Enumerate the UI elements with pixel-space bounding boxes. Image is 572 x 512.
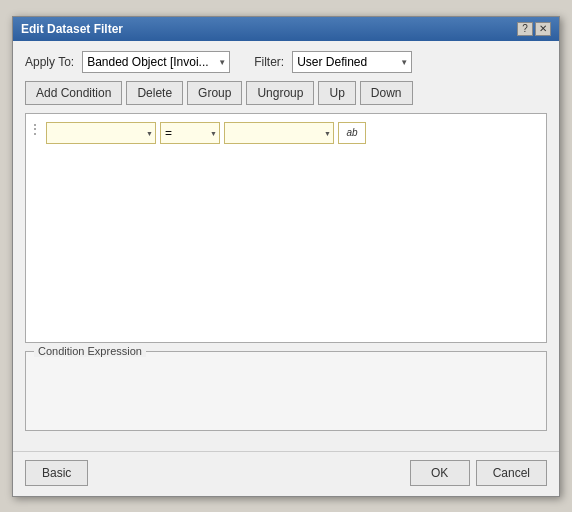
delete-button[interactable]: Delete [126, 81, 183, 105]
cancel-button[interactable]: Cancel [476, 460, 547, 486]
value-type-button[interactable]: ab [338, 122, 366, 144]
operator-dropdown-wrapper: = [160, 122, 220, 144]
help-button[interactable]: ? [517, 22, 533, 36]
ok-button[interactable]: OK [410, 460, 470, 486]
filter-dropdown[interactable]: User Defined [292, 51, 412, 73]
up-button[interactable]: Up [318, 81, 355, 105]
field-dropdown-wrapper [46, 122, 156, 144]
condition-expression-label: Condition Expression [34, 345, 146, 357]
ungroup-button[interactable]: Ungroup [246, 81, 314, 105]
value-dropdown[interactable] [224, 122, 334, 144]
filter-grid-container: ⋮ = ab [25, 113, 547, 343]
dialog-content: Apply To: Banded Object [Invoi... Filter… [13, 41, 559, 451]
apply-row: Apply To: Banded Object [Invoi... Filter… [25, 51, 547, 73]
apply-to-dropdown-wrapper: Banded Object [Invoi... [82, 51, 230, 73]
toolbar: Add Condition Delete Group Ungroup Up Do… [25, 81, 547, 105]
apply-to-dropdown[interactable]: Banded Object [Invoi... [82, 51, 230, 73]
condition-expression-panel: Condition Expression [25, 351, 547, 431]
group-button[interactable]: Group [187, 81, 242, 105]
filter-label: Filter: [254, 55, 284, 69]
basic-button[interactable]: Basic [25, 460, 88, 486]
condition-field-dropdown[interactable] [46, 122, 156, 144]
dialog-title: Edit Dataset Filter [21, 22, 123, 36]
operator-dropdown[interactable]: = [160, 122, 220, 144]
filter-grid-inner: = ab [26, 114, 546, 148]
value-dropdown-wrapper [224, 122, 334, 144]
drag-handle-icon: ⋮ [28, 122, 42, 136]
close-button[interactable]: ✕ [535, 22, 551, 36]
dialog-titlebar: Edit Dataset Filter ? ✕ [13, 17, 559, 41]
edit-dataset-filter-dialog: Edit Dataset Filter ? ✕ Apply To: Banded… [12, 16, 560, 497]
filter-dropdown-wrapper: User Defined [292, 51, 412, 73]
dialog-footer: Basic OK Cancel [13, 451, 559, 496]
condition-row: = ab [46, 122, 542, 144]
apply-to-label: Apply To: [25, 55, 74, 69]
down-button[interactable]: Down [360, 81, 413, 105]
dialog-title-buttons: ? ✕ [517, 22, 551, 36]
footer-right-buttons: OK Cancel [410, 460, 547, 486]
add-condition-button[interactable]: Add Condition [25, 81, 122, 105]
